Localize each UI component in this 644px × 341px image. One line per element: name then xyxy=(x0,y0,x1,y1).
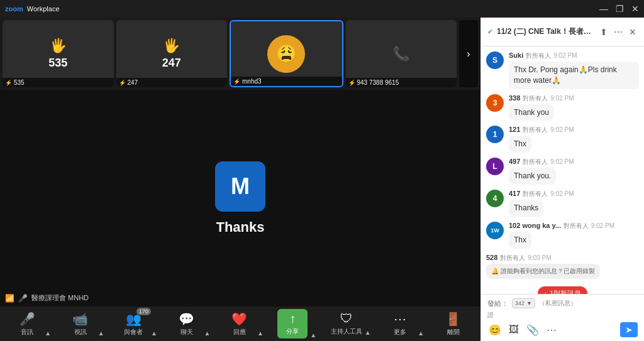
participant-name-bar-phone: ⚡ 943 7388 9615 xyxy=(346,78,457,87)
toolbar-host-tools[interactable]: 🛡 主持人工具 xyxy=(331,311,362,336)
participant-tile-247[interactable]: 🖐 247 ⚡ 247 xyxy=(116,20,228,87)
msg-header-338: 338 對所有人 9:02 PM xyxy=(509,94,639,103)
send-to-value: 342 xyxy=(515,300,525,306)
chat-panel: ✔ 11/2 (二) CNE Talk！長者照顧論... ⬆ ⋯ ✕ S Suk… xyxy=(480,18,644,341)
chat-more-button[interactable]: ⋯ xyxy=(613,26,624,38)
msg-to-497: 對所有人 xyxy=(523,158,548,166)
mic-icon-535: ⚡ xyxy=(5,80,12,86)
chat-close-button[interactable]: ✕ xyxy=(628,26,638,38)
toolbar-group-more[interactable]: ⋯ 更多 ▲ xyxy=(385,311,424,337)
send-to-label: 發給： xyxy=(487,299,508,308)
msg-content-121: 121 對所有人 9:02 PM Thx xyxy=(509,126,639,153)
main-area: 🖐 535 ⚡ 535 🖐 247 ⚡ 247 😩 ⚡ mn xyxy=(0,18,644,341)
participant-tile-535[interactable]: 🖐 535 ⚡ 535 xyxy=(3,20,114,87)
attachment-button[interactable]: 📎 xyxy=(525,323,540,337)
send-button[interactable]: ➤ xyxy=(620,322,638,337)
main-video: M Thanks 📶 🎤 醫療課理會 MNHD xyxy=(0,90,480,306)
verify-icon: ✔ xyxy=(487,28,493,36)
msg-time-121: 9:02 PM xyxy=(550,126,574,133)
msg-text-102: Thx xyxy=(509,232,531,249)
chat-label: 聊天 xyxy=(180,328,193,337)
msg-to-suki: 對所有人 xyxy=(526,51,551,60)
toolbar-audio[interactable]: 🎤 音訊 xyxy=(12,311,42,337)
toolbar-video[interactable]: 📹 視訊 xyxy=(65,311,96,337)
private-label: （私密訊息） xyxy=(539,299,577,308)
toolbar-group-share[interactable]: ↑ 分享 ▲ xyxy=(277,309,316,338)
toolbar: 🎤 音訊 ▲ 📹 視訊 ▲ 👥 170 與會者 ▲ xyxy=(0,306,480,341)
msg-to-528: 對所有人 xyxy=(500,254,525,263)
chat-popout-button[interactable]: ⬆ xyxy=(599,26,609,38)
mic-icon-phone: ⚡ xyxy=(348,80,355,86)
send-to-select[interactable]: 342 ▼ xyxy=(512,298,535,308)
participants-expand-icon[interactable]: ▲ xyxy=(151,330,157,337)
audio-expand-icon[interactable]: ▲ xyxy=(45,330,51,337)
msg-to-102: 對所有人 xyxy=(564,222,589,230)
chat-header: ✔ 11/2 (二) CNE Talk！長者照顧論... ⬆ ⋯ ✕ xyxy=(481,18,644,46)
participant-name-247: 247 xyxy=(128,79,138,86)
msg-sender-338: 338 xyxy=(509,94,520,102)
participant-tile-phone[interactable]: 📞 ⚡ 943 7388 9615 xyxy=(346,20,457,87)
msg-content-102: 102 wong ka y... 對所有人 9:02 PM Thx xyxy=(509,222,639,249)
msg-header-528: 528 對所有人 9:03 PM xyxy=(486,254,639,263)
toolbar-group-audio[interactable]: 🎤 音訊 ▲ xyxy=(12,311,51,337)
chat-message-528: 528 對所有人 9:03 PM 🔔 誰能夠看到您的訊息？已啟用錄製 xyxy=(486,254,639,279)
signal-icon: 📶 xyxy=(5,294,14,303)
maximize-button[interactable]: ❐ xyxy=(616,4,624,13)
participant-nav-arrow[interactable]: › xyxy=(459,20,478,87)
msg-to-121: 對所有人 xyxy=(523,126,548,134)
msg-time-338: 9:02 PM xyxy=(550,95,574,102)
camera-icon: 📹 xyxy=(72,311,88,327)
toolbar-group-chat[interactable]: 💬 聊天 ▲ xyxy=(172,311,211,337)
msg-content-497: 497 對所有人 9:02 PM Thank you. xyxy=(509,158,639,185)
msg-text-528: 🔔 誰能夠看到您的訊息？已啟用錄製 xyxy=(486,264,600,279)
participant-strip: 🖐 535 ⚡ 535 🖐 247 ⚡ 247 😩 ⚡ mn xyxy=(0,18,480,90)
close-button[interactable]: ✕ xyxy=(631,4,639,13)
more-expand-icon[interactable]: ▲ xyxy=(418,330,424,337)
chat-title: 11/2 (二) CNE Talk！長者照顧論... xyxy=(497,26,595,37)
participant-count-535: 535 xyxy=(48,57,67,70)
msg-text-417: Thanks xyxy=(509,200,543,217)
new-message-button[interactable]: ↓ 1則新訊息 xyxy=(538,286,588,294)
avatar-338: 3 xyxy=(486,94,504,112)
chat-message-suki: S Suki 對所有人 9:02 PM Thx Dr. Pong again🙏P… xyxy=(486,51,639,89)
msg-time-528: 9:03 PM xyxy=(528,254,551,261)
toolbar-reaction[interactable]: ❤️ 回應 xyxy=(225,311,255,337)
participant-count-247: 247 xyxy=(162,57,181,70)
toolbar-group-reaction[interactable]: ❤️ 回應 ▲ xyxy=(225,311,264,337)
msg-sender-417: 417 xyxy=(509,190,520,197)
reaction-expand-icon[interactable]: ▲ xyxy=(257,330,264,337)
participant-name-bar-mnhd: ⚡ mnhd3 xyxy=(231,77,342,86)
chat-expand-icon[interactable]: ▲ xyxy=(204,330,211,337)
emoji-button[interactable]: 😊 xyxy=(487,323,502,337)
hand-icon-1: 🖐 xyxy=(50,38,67,54)
share-expand-icon[interactable]: ▲ xyxy=(310,332,316,338)
msg-header-497: 497 對所有人 9:02 PM xyxy=(509,158,639,166)
participant-tile-mnhd[interactable]: 😩 ⚡ mnhd3 xyxy=(230,20,343,87)
host-icon: 🛡 xyxy=(340,311,353,326)
mic-muted-icon: 🎤 xyxy=(18,294,28,303)
chat-toolbar-row: 😊 🖼 📎 ⋯ ➤ xyxy=(487,322,638,337)
toolbar-leave[interactable]: 🚪 離開 xyxy=(438,311,469,337)
title-bar: zoom Workplace — ❐ ✕ xyxy=(0,0,644,18)
toolbar-chat[interactable]: 💬 聊天 xyxy=(172,311,202,337)
msg-header-121: 121 對所有人 9:02 PM xyxy=(509,126,639,134)
more-tools-button[interactable]: ⋯ xyxy=(545,323,558,337)
title-bar-controls[interactable]: — ❐ ✕ xyxy=(599,4,639,13)
toolbar-more[interactable]: ⋯ 更多 xyxy=(385,311,415,337)
video-expand-icon[interactable]: ▲ xyxy=(98,330,104,337)
toolbar-group-participants[interactable]: 👥 170 與會者 ▲ xyxy=(118,311,157,337)
chat-message-497: L 497 對所有人 9:02 PM Thank you. xyxy=(486,158,639,185)
avatar-417: 4 xyxy=(486,190,504,207)
minimize-button[interactable]: — xyxy=(599,4,608,13)
toolbar-share[interactable]: ↑ 分享 xyxy=(277,309,308,338)
send-to-row: 發給： 342 ▼ （私密訊息） xyxy=(487,298,638,308)
avatar-102: 1W xyxy=(486,222,504,239)
msg-text-suki: Thx Dr. Pong again🙏Pls drink more water🙏 xyxy=(509,62,639,89)
toolbar-group-video[interactable]: 📹 視訊 ▲ xyxy=(65,311,104,337)
toolbar-group-host[interactable]: 🛡 主持人工具 ▲ xyxy=(331,311,371,336)
participants-badge: 170 xyxy=(136,308,151,315)
screenshot-button[interactable]: 🖼 xyxy=(508,323,520,337)
msg-sender-497: 497 xyxy=(509,158,520,165)
host-expand-icon[interactable]: ▲ xyxy=(365,329,371,336)
toolbar-participants[interactable]: 👥 170 與會者 xyxy=(118,311,148,337)
